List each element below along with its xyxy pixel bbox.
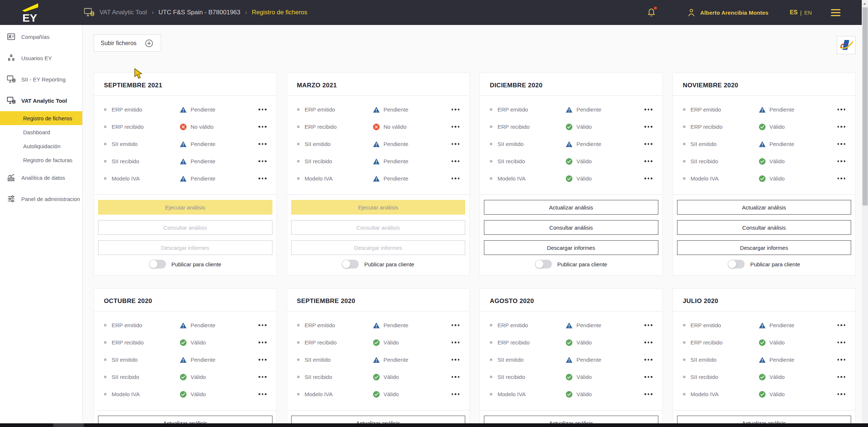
sidebar-subitem-label: Dashboard — [23, 129, 50, 135]
consult-analysis-button[interactable]: Consultar análisis — [98, 220, 272, 235]
invalid-x-icon — [373, 123, 380, 131]
bullet-icon — [490, 341, 492, 344]
row-menu-button[interactable] — [452, 391, 460, 397]
update-analysis-button[interactable]: Actualizar análisis — [484, 200, 658, 215]
status-row: Modelo IVA Válido — [94, 386, 276, 403]
row-menu-button[interactable] — [258, 106, 267, 113]
row-menu-button[interactable] — [838, 141, 846, 147]
row-menu-button[interactable] — [258, 339, 267, 346]
language-switcher[interactable]: ES | EN — [790, 9, 812, 16]
row-menu-button[interactable] — [258, 141, 267, 147]
row-menu-button[interactable] — [258, 374, 267, 380]
card-actions: Ejecutar análisis Consultar análisis Des… — [94, 195, 276, 255]
download-reports-button[interactable]: Descargar informes — [291, 240, 466, 255]
breadcrumb-item-company[interactable]: UTC F&S Spain - B78001963 — [158, 9, 240, 16]
row-menu-button[interactable] — [838, 391, 846, 397]
row-menu-button[interactable] — [452, 322, 460, 328]
sidebar-item-usuarios-ey[interactable]: Usuarios EY — [0, 47, 82, 69]
row-menu-button[interactable] — [452, 124, 460, 130]
consult-analysis-button[interactable]: Consultar análisis — [677, 220, 851, 235]
bullet-icon — [490, 143, 492, 145]
row-menu-button[interactable] — [644, 175, 652, 182]
publish-toggle[interactable] — [535, 260, 552, 269]
row-menu-button[interactable] — [644, 391, 652, 397]
sidebar-item-vat-analytic-tool[interactable]: VAT Analytic Tool — [0, 90, 82, 111]
download-reports-button[interactable]: Descargar informes — [98, 240, 272, 255]
row-menu-button[interactable] — [258, 357, 267, 363]
run-analysis-button[interactable]: Ejecutar análisis — [291, 200, 466, 215]
row-menu-button[interactable] — [452, 339, 460, 346]
row-menu-button[interactable] — [452, 141, 460, 147]
row-menu-button[interactable] — [838, 158, 846, 164]
sidebar-subitem-autoliquidacion[interactable]: Autoliquidación — [0, 139, 82, 153]
sidebar-item-companias[interactable]: Compañías — [0, 26, 82, 47]
row-menu-button[interactable] — [644, 339, 652, 346]
publish-toggle[interactable] — [149, 260, 166, 269]
consult-analysis-button[interactable]: Consultar análisis — [484, 220, 658, 235]
row-menu-button[interactable] — [644, 141, 652, 147]
status-label: Pendiente — [770, 322, 795, 328]
row-menu-button[interactable] — [258, 175, 267, 182]
row-menu-button[interactable] — [452, 106, 460, 113]
period-card: MARZO 2021 ERP emitido Pendiente ERP rec… — [287, 73, 470, 275]
row-menu-button[interactable] — [644, 357, 652, 363]
publish-toggle[interactable] — [728, 260, 745, 269]
notifications-button[interactable] — [647, 7, 656, 18]
download-reports-button[interactable]: Descargar informes — [484, 240, 658, 255]
sidebar-item-panel-de-administracion[interactable]: Panel de administracion — [0, 188, 82, 209]
row-menu-button[interactable] — [452, 175, 460, 182]
download-reports-button[interactable]: Descargar informes — [677, 240, 851, 255]
sidebar-subitem-registro-de-ficheros[interactable]: Registro de ficheros — [0, 111, 82, 125]
status-row: ERP recibido Válido — [94, 334, 276, 351]
row-menu-button[interactable] — [644, 106, 652, 113]
row-menu-button[interactable] — [452, 374, 460, 380]
agencia-tributaria-logo[interactable] — [837, 36, 856, 54]
row-menu-button[interactable] — [258, 322, 267, 328]
run-analysis-button[interactable]: Ejecutar análisis — [98, 200, 272, 215]
row-menu-button[interactable] — [644, 158, 652, 164]
valid-check-icon — [759, 175, 766, 182]
file-type-label: SII recibido — [691, 374, 759, 380]
row-menu-button[interactable] — [644, 124, 652, 130]
sidebar-item-sii-ey-reporting[interactable]: SII - EY Reporting — [0, 69, 82, 90]
file-type-label: ERP recibido — [112, 124, 180, 130]
scroll-up-arrow-icon[interactable] — [863, 3, 866, 5]
row-menu-button[interactable] — [258, 391, 267, 397]
status-row: SII recibido Pendiente — [287, 153, 470, 170]
row-menu-button[interactable] — [838, 374, 846, 380]
row-menu-button[interactable] — [838, 124, 846, 130]
consult-analysis-button[interactable]: Consultar análisis — [291, 220, 466, 235]
sidebar-subitem-registro-de-facturas[interactable]: Registro de facturas — [0, 153, 82, 167]
breadcrumb-item-app[interactable]: VAT Analytic Tool — [100, 9, 147, 16]
row-menu-button[interactable] — [452, 158, 460, 164]
status-row: SII emitido Pendiente — [480, 135, 662, 153]
sidebar-subitem-dashboard[interactable]: Dashboard — [0, 125, 82, 139]
language-alt[interactable]: EN — [804, 10, 812, 16]
breadcrumb: VAT Analytic Tool › UTC F&S Spain - B780… — [84, 8, 307, 17]
sidebar-item-analitica-de-datos[interactable]: Analítica de datos — [0, 167, 82, 188]
row-menu-button[interactable] — [838, 175, 846, 182]
row-menu-button[interactable] — [644, 374, 652, 380]
bullet-icon — [490, 393, 492, 395]
hamburger-menu-icon[interactable] — [831, 9, 840, 16]
bullet-icon — [490, 358, 492, 361]
status-row: ERP emitido Pendiente — [94, 317, 276, 334]
row-menu-button[interactable] — [838, 339, 846, 346]
row-menu-button[interactable] — [258, 158, 267, 164]
row-menu-button[interactable] — [838, 322, 846, 328]
update-analysis-button[interactable]: Actualizar análisis — [677, 200, 851, 215]
scrollbar-thumb[interactable] — [862, 7, 868, 205]
row-menu-button[interactable] — [838, 106, 846, 113]
status-label: Pendiente — [576, 357, 601, 363]
row-menu-button[interactable] — [838, 357, 846, 363]
upload-files-button[interactable]: Subir ficheros — [94, 34, 161, 52]
row-menu-button[interactable] — [644, 322, 652, 328]
publish-toggle[interactable] — [342, 260, 359, 269]
user-menu[interactable]: Alberto Arencibia Montes — [687, 8, 768, 17]
vat-tool-icon — [7, 96, 16, 105]
row-menu-button[interactable] — [452, 357, 460, 363]
row-menu-button[interactable] — [258, 124, 267, 130]
language-current[interactable]: ES — [790, 9, 798, 16]
vertical-scrollbar[interactable] — [862, 0, 868, 427]
pending-triangle-icon — [373, 175, 380, 182]
